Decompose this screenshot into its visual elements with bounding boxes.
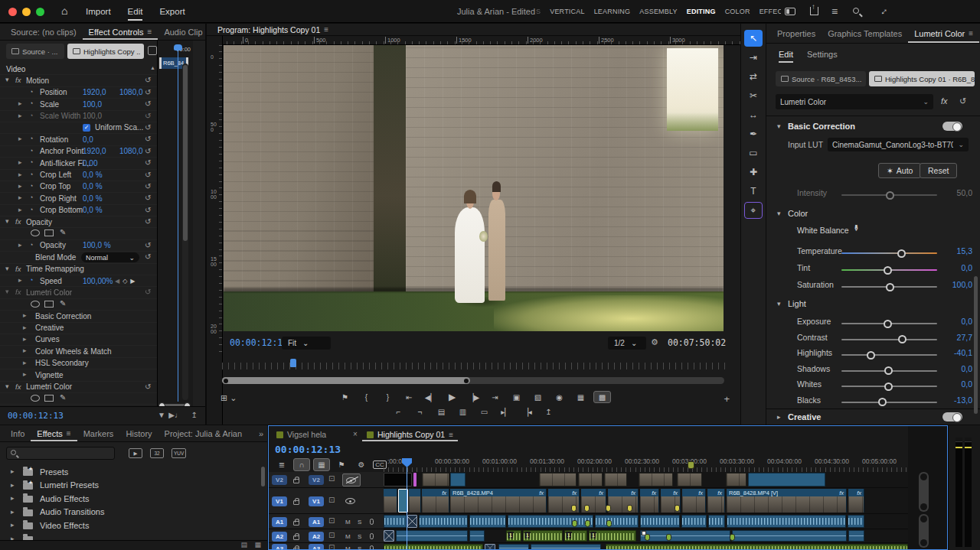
expand-icon[interactable]: ▸ [23,359,27,366]
effects-search-input[interactable] [6,447,115,460]
slider-value[interactable]: 0,0 [937,379,972,389]
clip-a1[interactable] [384,515,407,528]
light-section-header[interactable]: ▾ Light [766,298,980,313]
tab-program-monitor[interactable]: Program: Highlights Copy 01≡ [211,24,335,35]
param-value[interactable]: 100,00% [83,277,113,285]
search-icon[interactable] [853,8,859,14]
slider-handle[interactable] [884,382,893,391]
reset-icon[interactable]: ↺ [145,99,151,108]
step-forward-button[interactable]: ▕▶ [465,391,482,403]
source-patch-a3[interactable]: A3 [272,544,287,550]
stopwatch-icon[interactable]: ◔ [29,182,33,190]
param-value[interactable]: 1920,0 [83,147,106,155]
step-back-button[interactable]: ◀▏ [422,391,439,403]
track-select-forward-tool[interactable]: ⇥ [744,49,763,66]
param-value[interactable]: 0,0 [83,135,93,144]
slider-handle[interactable] [878,398,887,406]
panel-menu-icon[interactable]: ≡ [148,28,152,36]
menu-import[interactable]: Import [86,7,111,16]
slider-handle[interactable] [884,266,892,275]
track-output-toggle[interactable] [342,474,361,487]
clip-v1[interactable]: fx [682,489,706,513]
reset-button[interactable]: Reset [920,163,957,178]
param-value[interactable]: 0,0 % [83,171,103,179]
clip-v1[interactable] [384,489,397,513]
sync-lock-icon[interactable]: ⊡ [328,531,335,539]
clip-a1[interactable] [419,515,468,528]
eyedropper-icon[interactable]: ✒ [851,224,861,232]
expand-icon[interactable]: ▸ [18,99,22,107]
delete-icon[interactable]: ▦ [254,541,261,548]
clip-a1[interactable] [469,515,506,528]
mic-icon[interactable] [370,519,374,525]
mark-out-button[interactable]: } [379,391,397,403]
slider-handle[interactable] [867,351,875,360]
expand-icon[interactable]: ▸ [18,241,22,249]
clip-v1[interactable]: fx [848,489,864,513]
shadows-slider[interactable] [841,370,937,372]
clip-v2[interactable] [578,473,603,487]
ec-timecode[interactable]: 00:00:12:13 [8,411,64,421]
basic-correction-header[interactable]: ▾ Basic Correction [766,120,980,135]
mute-button[interactable]: M [345,519,351,526]
solo-button[interactable]: S [358,533,361,540]
reset-icon[interactable]: ↺ [145,241,151,249]
uniform-scale-checkbox[interactable]: ✓ [83,124,90,132]
param-value[interactable]: 100,0 [83,100,102,109]
reset-icon[interactable]: ↺ [145,88,151,96]
clip-v1[interactable] [409,489,421,513]
pen-mask-icon[interactable]: ✎ [60,228,66,236]
expand-icon[interactable]: ▸ [18,158,22,166]
clip-a3[interactable] [606,544,908,550]
workspace-s[interactable]: S [536,8,541,15]
next-keyframe-icon[interactable]: ▶ [130,278,135,285]
mute-button[interactable]: M [345,533,351,540]
panel-menu-icon[interactable]: ≡ [67,429,71,438]
stopwatch-icon[interactable]: ◔ [29,135,33,142]
add-keyframe-icon[interactable]: ◇ [122,278,127,285]
blend-mode-select[interactable]: Normal⌄ [81,252,139,262]
stopwatch-icon[interactable]: ◔ [29,112,33,119]
ripple-edit-tool[interactable]: ⇄ [744,68,763,85]
tab-lumetri-color[interactable]: Lumetri Color≡ [908,24,979,43]
expand-icon[interactable]: ▸ [11,535,15,541]
clip-a2[interactable] [848,530,864,542]
lift-button[interactable]: ⌐ [390,405,407,418]
play-in-to-out-button[interactable]: ▸▏ [497,405,514,418]
expand-icon[interactable]: ▸ [23,311,27,319]
clip-v1[interactable]: R6B_8428.MP4 [V]fx [727,489,847,513]
reset-icon[interactable]: ↺ [145,217,151,226]
tab-markers[interactable]: Markers [77,425,120,441]
type-tool[interactable]: T [744,183,763,200]
tab-effects[interactable]: Effects≡ [31,425,77,441]
clip-v2[interactable] [726,473,746,487]
add-button-icon[interactable]: + [724,393,730,405]
color-section-header[interactable]: ▾ Color [766,207,980,223]
program-video-frame[interactable] [224,45,724,331]
clip-v2[interactable] [604,473,627,487]
param-value[interactable]: 1080,0 [119,88,143,96]
clip-v2[interactable] [677,473,702,487]
twirl-icon[interactable]: ▾ [5,288,9,295]
compare-view-button[interactable]: ▦ [572,391,590,403]
clip-a2[interactable] [384,530,394,542]
effects-bin-partial[interactable]: ▸ [0,532,260,541]
creative-toggle[interactable] [942,412,962,421]
clip-a1[interactable] [681,515,707,528]
source-patch-v1[interactable]: V1 [272,496,287,506]
menu-export[interactable]: Export [159,7,185,16]
twirl-icon[interactable]: ▾ [5,76,9,83]
reset-icon[interactable]: ↺ [145,288,151,296]
reset-icon[interactable]: ↺ [145,123,151,132]
stopwatch-icon[interactable]: ◔ [29,276,33,284]
clip-a3[interactable] [384,544,483,550]
input-lut-select[interactable]: CinemaGamut_CanonLog3-to-BT709_Wid...⌄ [828,138,969,151]
lumetri-effect-select[interactable]: Lumetri Color⌄ [776,94,933,109]
clip-a2[interactable] [640,530,730,542]
sync-lock-icon[interactable]: ⊡ [328,474,335,483]
play-button[interactable]: ▶ [443,391,461,403]
clip-a3[interactable] [485,544,495,550]
param-value[interactable]: 0,0 % [83,206,103,214]
param-value[interactable]: 0,0 % [83,194,103,203]
ec-source-chip[interactable]: Source · ... [6,44,64,59]
